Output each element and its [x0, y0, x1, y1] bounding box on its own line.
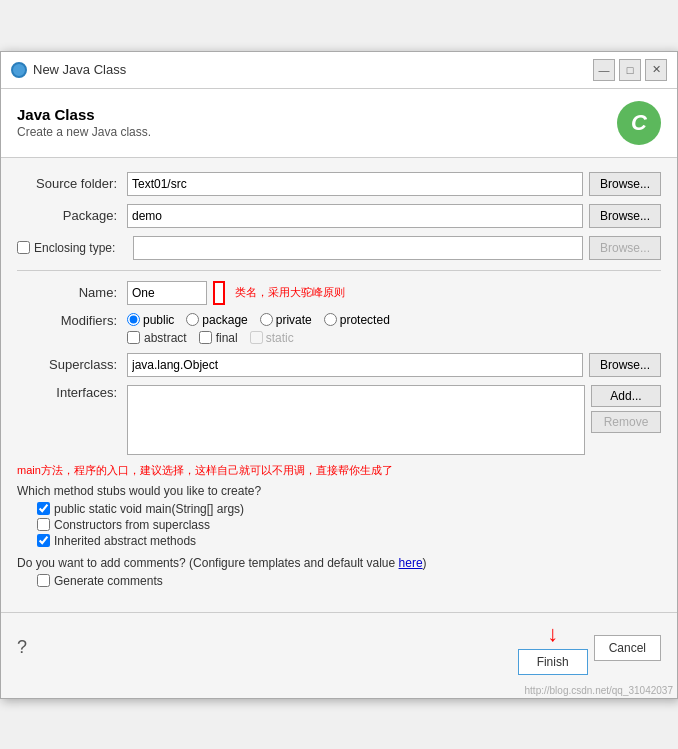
arrow-down-icon: ↓ [547, 621, 558, 647]
modifiers-content: public package private protected [127, 313, 390, 345]
package-input[interactable] [127, 204, 583, 228]
source-folder-label: Source folder: [17, 176, 127, 191]
modifier-checkbox-row: abstract final static [127, 331, 390, 345]
modifier-abstract-label[interactable]: abstract [127, 331, 187, 345]
comments-section: Do you want to add comments? (Configure … [17, 556, 661, 588]
finish-button[interactable]: Finish [518, 649, 588, 675]
modifier-public-radio[interactable] [127, 313, 140, 326]
enclosing-type-checkbox-label: Enclosing type: [17, 241, 127, 255]
modifier-abstract-checkbox[interactable] [127, 331, 140, 344]
modifier-package-text: package [202, 313, 247, 327]
method3-label[interactable]: Inherited abstract methods [37, 534, 661, 548]
help-icon[interactable]: ? [17, 637, 27, 658]
modifiers-row: Modifiers: public package private [17, 313, 661, 345]
source-folder-row: Source folder: Browse... [17, 172, 661, 196]
name-highlight-box [213, 281, 225, 305]
package-label: Package: [17, 208, 127, 223]
interfaces-add-button[interactable]: Add... [591, 385, 661, 407]
package-row: Package: Browse... [17, 204, 661, 228]
generate-comments-text: Generate comments [54, 574, 163, 588]
modifier-final-label[interactable]: final [199, 331, 238, 345]
method1-text: public static void main(String[] args) [54, 502, 244, 516]
source-folder-input[interactable] [127, 172, 583, 196]
superclass-browse-button[interactable]: Browse... [589, 353, 661, 377]
footer: ? ↓ Finish Cancel [1, 612, 677, 683]
comments-checkbox-row: Generate comments [17, 574, 661, 588]
method3-text: Inherited abstract methods [54, 534, 196, 548]
modifier-protected-radio[interactable] [324, 313, 337, 326]
app-icon [11, 62, 27, 78]
modifier-public-label[interactable]: public [127, 313, 174, 327]
method-section: Which method stubs would you like to cre… [17, 484, 661, 548]
method1-label[interactable]: public static void main(String[] args) [37, 502, 661, 516]
modifier-package-label[interactable]: package [186, 313, 247, 327]
source-folder-browse-button[interactable]: Browse... [589, 172, 661, 196]
modifier-static-label: static [250, 331, 294, 345]
name-input-wrapper: 类名，采用大驼峰原则 [127, 281, 661, 305]
name-label: Name: [17, 285, 127, 300]
interfaces-row: Interfaces: Add... Remove [17, 385, 661, 455]
method2-label[interactable]: Constructors from superclass [37, 518, 661, 532]
generate-comments-checkbox[interactable] [37, 574, 50, 587]
watermark: http://blog.csdn.net/qq_31042037 [1, 683, 677, 698]
main-annotation: main方法，程序的入口，建议选择，这样自己就可以不用调，直接帮你生成了 [17, 463, 661, 478]
interfaces-remove-button[interactable]: Remove [591, 411, 661, 433]
package-browse-button[interactable]: Browse... [589, 204, 661, 228]
modifiers-label: Modifiers: [17, 313, 127, 328]
title-bar: New Java Class — □ ✕ [1, 52, 677, 89]
minimize-button[interactable]: — [593, 59, 615, 81]
name-annotation: 类名，采用大驼峰原则 [235, 285, 345, 300]
page-title: Java Class [17, 106, 151, 123]
superclass-row: Superclass: Browse... [17, 353, 661, 377]
modifier-protected-text: protected [340, 313, 390, 327]
modifier-final-checkbox[interactable] [199, 331, 212, 344]
modifier-static-checkbox[interactable] [250, 331, 263, 344]
comments-link[interactable]: here [399, 556, 423, 570]
name-row: Name: 类名，采用大驼峰原则 [17, 281, 661, 305]
finish-button-wrapper: ↓ Finish [518, 621, 588, 675]
name-input[interactable] [127, 281, 207, 305]
enclosing-type-input[interactable] [133, 236, 583, 260]
window-title: New Java Class [33, 62, 587, 77]
method1-checkbox[interactable] [37, 502, 50, 515]
window-controls: — □ ✕ [593, 59, 667, 81]
superclass-label: Superclass: [17, 357, 127, 372]
header-section: Java Class Create a new Java class. C [1, 89, 677, 158]
modifier-public-text: public [143, 313, 174, 327]
dialog-window: New Java Class — □ ✕ Java Class Create a… [0, 51, 678, 699]
interfaces-textarea[interactable] [127, 385, 585, 455]
enclosing-type-browse-button[interactable]: Browse... [589, 236, 661, 260]
superclass-input[interactable] [127, 353, 583, 377]
method-question: Which method stubs would you like to cre… [17, 484, 661, 498]
method2-text: Constructors from superclass [54, 518, 210, 532]
modifier-static-text: static [266, 331, 294, 345]
modifier-abstract-text: abstract [144, 331, 187, 345]
generate-comments-label[interactable]: Generate comments [37, 574, 661, 588]
logo-icon: C [617, 101, 661, 145]
modifier-protected-label[interactable]: protected [324, 313, 390, 327]
interfaces-label: Interfaces: [17, 385, 127, 400]
form-content: Source folder: Browse... Package: Browse… [1, 158, 677, 602]
method3-checkbox[interactable] [37, 534, 50, 547]
method-list: public static void main(String[] args) C… [17, 502, 661, 548]
cancel-button[interactable]: Cancel [594, 635, 661, 661]
close-button[interactable]: ✕ [645, 59, 667, 81]
enclosing-type-label[interactable]: Enclosing type: [17, 241, 123, 255]
modifier-private-radio[interactable] [260, 313, 273, 326]
page-subtitle: Create a new Java class. [17, 125, 151, 139]
interfaces-buttons: Add... Remove [591, 385, 661, 433]
divider-1 [17, 270, 661, 271]
method2-checkbox[interactable] [37, 518, 50, 531]
comments-question: Do you want to add comments? (Configure … [17, 556, 661, 570]
enclosing-type-row: Enclosing type: Browse... [17, 236, 661, 260]
modifier-final-text: final [216, 331, 238, 345]
maximize-button[interactable]: □ [619, 59, 641, 81]
footer-buttons: ↓ Finish Cancel [518, 621, 661, 675]
visibility-radio-group: public package private protected [127, 313, 390, 327]
modifier-private-label[interactable]: private [260, 313, 312, 327]
modifier-private-text: private [276, 313, 312, 327]
modifier-package-radio[interactable] [186, 313, 199, 326]
enclosing-type-checkbox[interactable] [17, 241, 30, 254]
